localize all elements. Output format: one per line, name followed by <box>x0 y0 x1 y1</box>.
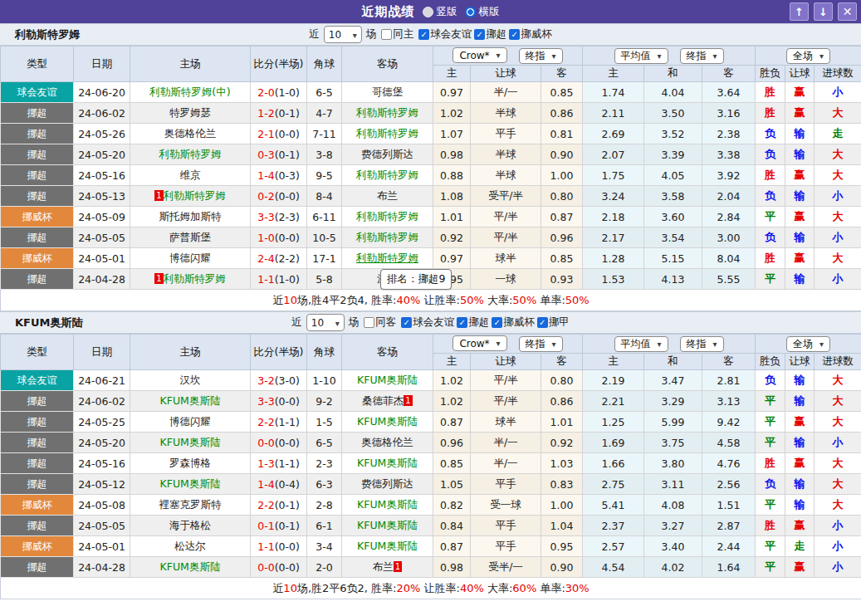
home-team-cell[interactable]: 斯托姆加斯特 <box>130 207 251 227</box>
away-team-cell[interactable]: 利勒斯特罗姆 <box>342 227 433 248</box>
away-team-cell[interactable]: KFUM奥斯陆 <box>342 516 433 536</box>
home-team-cell[interactable]: 海于格松 <box>130 516 251 536</box>
final-odds-select[interactable]: 终指 <box>519 48 563 64</box>
fulltime-select[interactable]: 全场 <box>786 48 830 64</box>
handicap-home-odds: 0.96 <box>433 433 471 453</box>
same-venue-checkbox[interactable]: 同客 <box>364 315 396 330</box>
avg-away-odds: 3.16 <box>702 103 756 124</box>
away-team-cell[interactable]: 布兰1 <box>342 557 433 578</box>
away-team-cell[interactable]: 奥德格伦兰 <box>342 433 433 453</box>
home-team-cell[interactable]: 博德闪耀 <box>130 412 251 433</box>
away-team-cell[interactable]: 利勒斯特罗姆 <box>342 207 433 227</box>
home-team-cell[interactable]: 特罗姆瑟 <box>130 103 251 124</box>
match-score: 1-0(0-0) <box>251 227 307 248</box>
near-label: 近 <box>291 315 302 330</box>
average-select[interactable]: 平均值 <box>614 336 668 352</box>
league-checkbox[interactable]: 挪威杯 <box>509 27 552 42</box>
home-team-cell[interactable]: 利勒斯特罗姆 <box>130 144 251 165</box>
odds-source-select[interactable]: Crow* <box>453 335 506 351</box>
handicap-line: 半球 <box>471 144 541 165</box>
home-team-cell[interactable]: 维京 <box>130 165 251 186</box>
final-avg-select[interactable]: 终指 <box>680 48 724 64</box>
away-team-cell[interactable]: 利勒斯特罗姆 <box>342 103 433 124</box>
odds-source-select[interactable]: Crow* <box>453 47 506 63</box>
avg-home-odds: 1.66 <box>583 453 644 474</box>
halftime-score: (2-3) <box>275 211 300 223</box>
halftime-score: (1-1) <box>275 457 300 470</box>
home-team-cell[interactable]: 罗森博格 <box>130 453 251 474</box>
away-team-cell[interactable]: 费德列斯达 <box>342 474 433 495</box>
home-team-cell[interactable]: 松达尔 <box>130 536 251 557</box>
league-checkbox[interactable]: 球会友谊 <box>418 27 472 42</box>
move-down-button[interactable] <box>814 2 833 21</box>
away-team-cell[interactable]: 桑德菲杰1 <box>342 391 433 412</box>
home-team-cell[interactable]: KFUM奥斯陆 <box>130 391 251 412</box>
final-avg-select[interactable]: 终指 <box>680 336 724 352</box>
home-team-cell[interactable]: 奥德格伦兰 <box>130 124 251 144</box>
away-team-cell[interactable]: KFUM奥斯陆 <box>342 453 433 474</box>
away-team-cell[interactable]: KFUM奥斯陆 <box>342 495 433 516</box>
league-checkbox[interactable]: 挪超 <box>457 315 489 330</box>
handicap-away-odds: 0.96 <box>541 227 583 248</box>
match-count-value: 10 <box>329 29 341 41</box>
away-team-cell[interactable]: KFUM奥斯陆 <box>342 370 433 391</box>
fulltime-score: 1-0 <box>257 232 274 244</box>
final-odds-select[interactable]: 终指 <box>519 336 563 352</box>
avg-home-odds: 2.57 <box>583 536 644 557</box>
avg-draw-odds: 3.47 <box>644 370 702 391</box>
league-checkbox[interactable]: 挪超 <box>474 27 506 42</box>
same-venue-checkbox[interactable]: 同主 <box>381 27 413 42</box>
match-score: 0-2(0-0) <box>251 186 307 207</box>
handicap-away-odds: 0.90 <box>541 557 583 578</box>
fulltime-score: 1-4 <box>257 478 274 491</box>
handicap-line: 平/半 <box>471 227 541 248</box>
match-row: 球会友谊24-06-20利勒斯特罗姆(中)2-0(1-0)6-5哥德堡0.97半… <box>1 82 861 103</box>
corner-score: 9-2 <box>307 391 342 412</box>
average-select[interactable]: 平均值 <box>614 48 668 64</box>
team-name-text: 利勒斯特罗姆 <box>356 106 418 119</box>
home-team-cell[interactable]: 汉坎 <box>130 370 251 391</box>
match-count-select[interactable]: 10 <box>306 314 345 331</box>
home-team-cell[interactable]: KFUM奥斯陆 <box>130 557 251 578</box>
layout-radio-vertical[interactable]: 竖版 <box>423 5 457 19</box>
fulltime-score: 1-1 <box>257 273 274 286</box>
league-checkbox[interactable]: 挪甲 <box>537 315 570 330</box>
away-team-cell[interactable]: KFUM奥斯陆 <box>342 536 433 557</box>
halftime-score: (2-2) <box>275 252 300 265</box>
handicap-line: 球半 <box>471 248 541 269</box>
avg-away-odds: 4.58 <box>702 433 756 453</box>
away-team-cell[interactable]: 费德列斯达 <box>342 144 433 165</box>
home-team-cell[interactable]: 萨普斯堡 <box>130 227 251 248</box>
result-goals: 大 <box>815 248 861 269</box>
sub-goals: 进球数 <box>815 354 861 370</box>
home-team-cell[interactable]: 博德闪耀 <box>130 248 251 269</box>
team-name-text: 罗森博格 <box>169 457 211 469</box>
away-team-cell[interactable]: KFUM奥斯陆 <box>342 412 433 433</box>
league-checkbox[interactable]: 球会友谊 <box>401 315 454 330</box>
checkbox-unchecked-icon <box>381 29 392 40</box>
away-team-cell[interactable]: 利勒斯特罗姆 <box>342 248 433 269</box>
away-team-cell[interactable]: 布兰 <box>342 186 433 207</box>
fulltime-select[interactable]: 全场 <box>786 336 830 352</box>
home-team-cell[interactable]: 利勒斯特罗姆(中) <box>130 82 251 103</box>
col-score: 比分(半场) <box>251 335 307 370</box>
avg-draw-odds: 5.15 <box>644 248 702 269</box>
move-up-button[interactable] <box>790 2 809 21</box>
away-team-cell[interactable]: 利勒斯特罗姆 <box>342 165 433 186</box>
layout-radio-horizontal[interactable]: 横版 <box>465 5 500 19</box>
avg-home-odds: 2.37 <box>583 516 644 536</box>
corner-score: 6-3 <box>307 474 342 495</box>
match-count-select[interactable]: 10 <box>324 26 362 43</box>
home-team-cell[interactable]: KFUM奥斯陆 <box>130 433 251 453</box>
league-checkbox[interactable]: 挪威杯 <box>492 315 535 330</box>
league-badge: 挪超 <box>1 516 74 536</box>
halftime-score: (0-1) <box>275 499 300 511</box>
home-team-cell[interactable]: 1利勒斯特罗姆 <box>130 269 251 290</box>
close-button[interactable] <box>838 2 857 21</box>
away-team-cell[interactable]: 哥德堡 <box>342 82 433 103</box>
home-team-cell[interactable]: KFUM奥斯陆 <box>130 474 251 495</box>
home-team-cell[interactable]: 裡塞克罗斯特 <box>130 495 251 516</box>
home-team-cell[interactable]: 1利勒斯特罗姆 <box>130 186 251 207</box>
rank-badge: 1 <box>394 561 402 572</box>
away-team-cell[interactable]: 利勒斯特罗姆 <box>342 124 433 144</box>
